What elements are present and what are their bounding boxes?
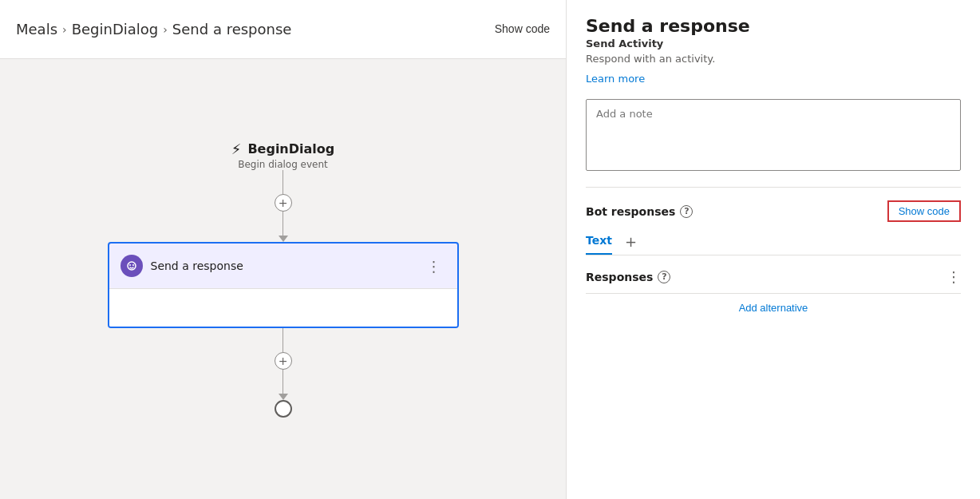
begin-dialog-label: ⚡ BeginDialog bbox=[231, 141, 335, 157]
node-action-menu[interactable]: ⋮ bbox=[422, 258, 446, 275]
bot-responses-header: Bot responses ? Show code bbox=[586, 200, 961, 222]
begin-dialog-title: BeginDialog bbox=[247, 141, 334, 156]
node-action-body bbox=[109, 288, 457, 327]
top-bar: Meals › BeginDialog › Send a response Sh… bbox=[0, 0, 566, 59]
show-code-button-top[interactable]: Show code bbox=[495, 22, 550, 36]
connector-bottom bbox=[283, 328, 283, 352]
begin-dialog-sub: Begin dialog event bbox=[238, 159, 328, 170]
connector-end bbox=[283, 370, 283, 394]
connector-top bbox=[283, 170, 283, 194]
responses-text: Responses bbox=[586, 271, 653, 283]
breadcrumb-begin-dialog[interactable]: BeginDialog bbox=[72, 21, 159, 38]
responses-row: Responses ? ⋮ bbox=[586, 268, 961, 285]
begin-dialog-node: ⚡ BeginDialog Begin dialog event bbox=[231, 141, 335, 170]
node-action-header: Send a response ⋮ bbox=[109, 244, 457, 288]
add-button-top[interactable]: + bbox=[275, 194, 292, 212]
bot-responses-label: Bot responses ? bbox=[586, 205, 693, 218]
svg-point-1 bbox=[129, 264, 131, 266]
right-panel: Send a response Send Activity Respond wi… bbox=[567, 0, 980, 499]
breadcrumb: Meals › BeginDialog › Send a response bbox=[16, 21, 291, 38]
node-action-icon bbox=[121, 255, 143, 277]
tab-text[interactable]: Text bbox=[586, 234, 612, 255]
responses-divider bbox=[586, 293, 961, 294]
tab-add-button[interactable]: + bbox=[625, 233, 637, 250]
panel-title: Send a response bbox=[586, 16, 961, 36]
learn-more-link[interactable]: Learn more bbox=[586, 73, 961, 85]
add-alternative-button[interactable]: Add alternative bbox=[586, 302, 961, 314]
note-textarea[interactable] bbox=[586, 99, 961, 171]
bot-responses-help-icon[interactable]: ? bbox=[680, 205, 693, 218]
breadcrumb-sep-2: › bbox=[163, 23, 168, 36]
panel-description: Respond with an activity. bbox=[586, 53, 961, 65]
svg-point-2 bbox=[132, 264, 134, 266]
divider bbox=[586, 187, 961, 188]
send-response-node[interactable]: Send a response ⋮ bbox=[108, 242, 459, 328]
breadcrumb-send-response: Send a response bbox=[172, 21, 292, 38]
diagram-container: ⚡ BeginDialog Begin dialog event + bbox=[108, 141, 459, 418]
add-button-bottom[interactable]: + bbox=[275, 352, 292, 370]
breadcrumb-sep-1: › bbox=[62, 23, 67, 36]
canvas: ⚡ BeginDialog Begin dialog event + bbox=[0, 59, 566, 499]
show-code-button-right[interactable]: Show code bbox=[887, 200, 961, 222]
bot-icon bbox=[125, 259, 138, 272]
breadcrumb-meals[interactable]: Meals bbox=[16, 21, 57, 38]
responses-label: Responses ? bbox=[586, 271, 670, 283]
node-action-title: Send a response bbox=[151, 259, 414, 272]
arrow-down-bottom bbox=[279, 394, 288, 400]
responses-help-icon[interactable]: ? bbox=[658, 271, 670, 283]
responses-menu[interactable]: ⋮ bbox=[946, 268, 961, 285]
tabs: Text + bbox=[586, 233, 961, 255]
panel-subtitle: Send Activity bbox=[586, 38, 961, 50]
bot-responses-text: Bot responses bbox=[586, 205, 675, 218]
arrow-down-top bbox=[279, 236, 288, 242]
end-node bbox=[275, 400, 292, 418]
lightning-icon: ⚡ bbox=[231, 141, 242, 157]
left-panel: Meals › BeginDialog › Send a response Sh… bbox=[0, 0, 567, 499]
connector-mid bbox=[283, 212, 283, 236]
